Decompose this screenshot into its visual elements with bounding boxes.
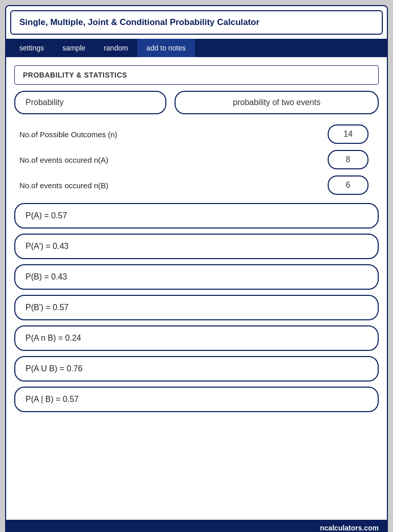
nav-random[interactable]: random: [94, 39, 137, 57]
footer-brand: ncalculators.com: [320, 524, 379, 532]
app-title: Single, Multiple, Joint & Conditional Pr…: [19, 17, 259, 27]
calculator-wrapper: Single, Multiple, Joint & Conditional Pr…: [5, 5, 388, 532]
nav-add-to-notes[interactable]: add to notes: [137, 39, 195, 57]
input-na[interactable]: [328, 150, 369, 169]
main-content: Probability probability of two events No…: [6, 91, 387, 520]
section-header: PROBABILITY & STATISTICS: [14, 65, 379, 85]
input-field-container-n: [323, 124, 374, 144]
footer: ncalculators.com: [6, 520, 387, 532]
selector-row: Probability probability of two events: [14, 91, 379, 114]
input-nb[interactable]: [328, 175, 369, 195]
input-row-n: No.of Possible Outcomes (n): [19, 124, 374, 144]
input-field-container-b: [323, 175, 374, 195]
nav-bar: settings sample random add to notes: [6, 39, 387, 57]
result-pa-given-b: P(A | B) = 0.57: [14, 387, 379, 412]
result-pb: P(B) = 0.43: [14, 264, 379, 290]
event-type-selector[interactable]: probability of two events: [175, 91, 379, 114]
input-row-a: No.of events occured n(A): [19, 150, 374, 169]
results-section: P(A) = 0.57 P(A') = 0.43 P(B) = 0.43 P(B…: [14, 203, 379, 412]
result-pa-intersect-b: P(A n B) = 0.24: [14, 325, 379, 351]
input-field-container-a: [323, 150, 374, 169]
title-bar: Single, Multiple, Joint & Conditional Pr…: [10, 10, 383, 35]
result-pb-prime: P(B') = 0.57: [14, 295, 379, 320]
calculator-type-selector[interactable]: Probability: [14, 91, 166, 114]
input-label-b: No.of events occured n(B): [19, 180, 323, 191]
nav-settings[interactable]: settings: [10, 39, 53, 57]
result-pa-prime: P(A') = 0.43: [14, 234, 379, 259]
input-n[interactable]: [328, 124, 369, 144]
result-pa-union-b: P(A U B) = 0.76: [14, 356, 379, 382]
input-label-n: No.of Possible Outcomes (n): [19, 129, 323, 140]
nav-sample[interactable]: sample: [53, 39, 94, 57]
result-pa: P(A) = 0.57: [14, 203, 379, 229]
inputs-section: No.of Possible Outcomes (n) No.of events…: [14, 124, 379, 195]
input-label-a: No.of events occured n(A): [19, 155, 323, 165]
input-row-b: No.of events occured n(B): [19, 175, 374, 195]
